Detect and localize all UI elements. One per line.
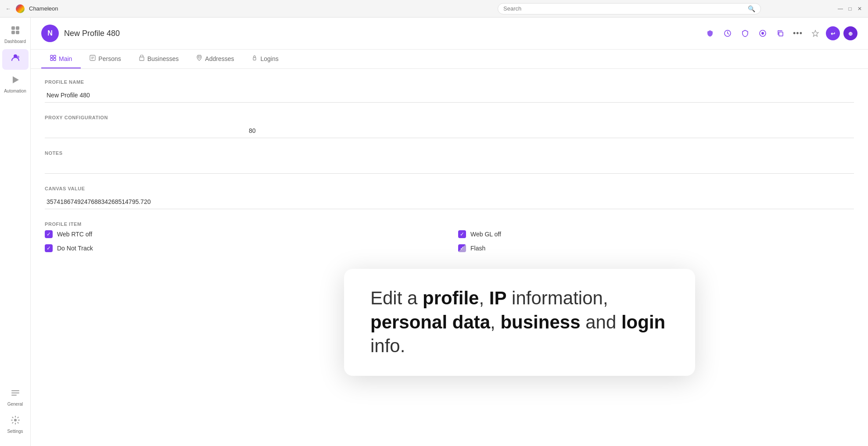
clock-button[interactable] (721, 26, 735, 40)
sidebar-item-profiles[interactable] (2, 49, 29, 70)
tooltip-bold-business: business (500, 312, 580, 332)
automation-icon (11, 75, 20, 87)
sidebar-settings-label: Settings (7, 429, 23, 434)
canvas-value-input[interactable] (45, 195, 854, 209)
svg-marker-7 (13, 76, 19, 83)
settings-icon (11, 415, 20, 427)
svg-rect-9 (11, 392, 19, 393)
proxy-config-section: PROXY CONFIGURATION (45, 115, 854, 138)
svg-rect-20 (50, 55, 53, 57)
shield1-button[interactable] (703, 26, 717, 40)
minimize-button[interactable]: — (837, 6, 843, 12)
sidebar-item-settings[interactable]: Settings (2, 412, 29, 437)
notes-label: NOTES (45, 150, 854, 156)
svg-point-0 (16, 4, 25, 13)
flash-checkbox[interactable]: ✓ (458, 244, 466, 252)
donottrack-label: Do Not Track (57, 245, 93, 252)
logins-tab-icon (251, 55, 258, 62)
proxy-port-input[interactable] (247, 124, 449, 138)
webrtc-check-icon: ✓ (47, 231, 51, 237)
app-layout: Dashboard Automation (0, 18, 868, 446)
svg-rect-21 (54, 55, 56, 57)
search-bar[interactable]: 🔍 (498, 3, 761, 14)
tooltip-text-6: info. (370, 335, 405, 356)
tab-addresses[interactable]: Addresses (187, 50, 243, 68)
tab-businesses[interactable]: Businesses (130, 50, 188, 68)
user2-avatar[interactable]: ⊕ (843, 26, 857, 40)
user1-avatar[interactable]: ↩ (826, 26, 840, 40)
flash-check-icon: ✓ (460, 245, 464, 251)
search-icon: 🔍 (748, 5, 755, 12)
chrome-button[interactable] (756, 26, 770, 40)
sidebar-item-dashboard[interactable]: Dashboard (2, 22, 29, 47)
profile-name-input[interactable] (45, 88, 854, 103)
tab-addresses-label: Addresses (205, 55, 234, 62)
sidebar-bottom: General Settings (2, 385, 29, 442)
proxy-host-input[interactable] (45, 124, 247, 138)
tooltip-text-5: and (581, 312, 621, 332)
shield2-button[interactable] (738, 26, 752, 40)
title-bar-left: ← Chameleon (5, 4, 421, 14)
profile-name-section: PROFILE NAME (45, 79, 854, 103)
dashboard-icon (11, 25, 20, 37)
profile-items-grid: ✓ Web RTC off ✓ Do Not Track (45, 230, 854, 252)
donottrack-checkbox[interactable]: ✓ (45, 244, 53, 252)
notes-input[interactable] (45, 159, 854, 174)
avatar: N (41, 25, 59, 42)
svg-rect-28 (140, 57, 144, 61)
tooltip-text-2: , (479, 288, 489, 308)
tooltip-overlay: Edit a profile, IP information, personal… (344, 269, 695, 376)
businesses-tab-icon (139, 55, 145, 62)
webrtc-checkbox[interactable]: ✓ (45, 230, 53, 238)
more-button[interactable]: ••• (791, 26, 805, 40)
svg-marker-19 (812, 30, 818, 36)
svg-rect-2 (16, 26, 19, 30)
tooltip-bold-profile: profile (423, 288, 479, 308)
svg-rect-8 (11, 390, 19, 391)
proxy-row (45, 124, 854, 138)
svg-rect-23 (54, 58, 56, 61)
profiles-icon (11, 53, 20, 64)
svg-rect-22 (50, 58, 53, 61)
svg-rect-30 (253, 57, 256, 60)
tab-logins[interactable]: Logins (243, 50, 287, 68)
profile-name: New Profile 480 (64, 29, 698, 38)
restore-button[interactable]: □ (847, 6, 853, 12)
tooltip-bold-login: login (621, 312, 665, 332)
header-actions: ••• ↩ ⊕ (703, 26, 857, 40)
proxy-user-input[interactable] (449, 124, 652, 138)
tab-logins-label: Logins (260, 55, 278, 62)
back-button[interactable]: ← (5, 6, 11, 12)
main-content: N New Profile 480 (31, 18, 868, 446)
webgl-checkbox[interactable]: ✓ (458, 230, 466, 238)
sidebar-automation-label: Automation (4, 89, 26, 93)
search-area: 🔍 (421, 3, 837, 14)
window-controls: — □ ✕ (837, 6, 863, 12)
app-logo (15, 4, 25, 14)
tooltip-bold-ip: IP (489, 288, 507, 308)
profile-header: N New Profile 480 (31, 18, 868, 50)
search-input[interactable] (503, 5, 744, 12)
app-title: Chameleon (29, 5, 58, 12)
donottrack-check-icon: ✓ (47, 245, 51, 251)
webgl-checkbox-item: ✓ Web GL off (458, 230, 854, 238)
svg-rect-1 (11, 26, 15, 30)
svg-point-29 (198, 56, 201, 58)
star-button[interactable] (808, 26, 822, 40)
sidebar-item-automation[interactable]: Automation (2, 71, 29, 97)
svg-rect-10 (11, 395, 17, 396)
close-button[interactable]: ✕ (857, 6, 863, 12)
svg-point-6 (17, 56, 19, 58)
copy-button[interactable] (773, 26, 787, 40)
webgl-label: Web GL off (470, 231, 501, 238)
tab-main[interactable]: Main (41, 50, 81, 68)
form-area: PROFILE NAME PROXY CONFIGURATION NOTES (31, 69, 868, 446)
webrtc-checkbox-item: ✓ Web RTC off (45, 230, 441, 238)
tab-persons[interactable]: Persons (81, 50, 129, 68)
form-content: PROFILE NAME PROXY CONFIGURATION NOTES (31, 69, 868, 275)
sidebar-item-general[interactable]: General (2, 385, 29, 410)
sidebar: Dashboard Automation (0, 18, 31, 446)
proxy-pass-input[interactable] (652, 124, 854, 138)
tabs: Main Persons (31, 50, 868, 69)
svg-rect-3 (11, 31, 15, 34)
